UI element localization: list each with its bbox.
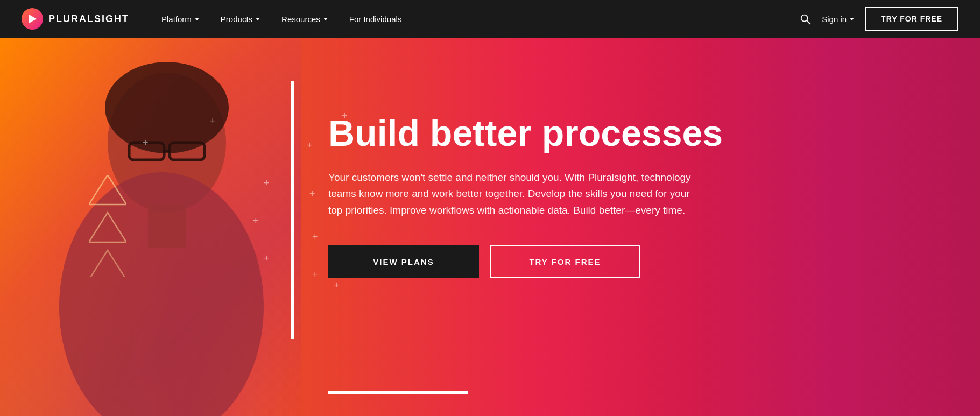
view-plans-button[interactable]: VIEW PLANS: [328, 245, 479, 278]
chevron-down-icon: [195, 18, 199, 20]
plus-decoration: +: [312, 269, 318, 280]
hero-subtitle: Your customers won't settle and neither …: [328, 170, 694, 218]
nav-right: Sign in TRY FOR FREE: [799, 7, 958, 31]
svg-point-6: [105, 62, 229, 153]
svg-marker-12: [89, 250, 126, 277]
hero-bottom-accent-line: [328, 391, 468, 394]
plus-decoration: +: [143, 137, 149, 149]
svg-rect-5: [148, 205, 186, 248]
nav-item-for-individuals[interactable]: For Individuals: [339, 0, 413, 38]
plus-decoration: +: [210, 116, 216, 127]
plus-decoration: +: [309, 188, 315, 200]
chevron-down-icon: [256, 18, 260, 20]
hero-buttons: VIEW PLANS TRY FOR FREE: [328, 245, 723, 278]
hero-person-area: [0, 38, 301, 416]
plus-decoration: +: [312, 231, 318, 243]
logo-icon: [22, 8, 43, 30]
svg-line-2: [807, 20, 810, 24]
vertical-divider: [291, 81, 294, 339]
search-button[interactable]: [799, 13, 811, 25]
nav-item-products[interactable]: Products: [210, 0, 271, 38]
plus-decoration: +: [307, 140, 313, 151]
sign-in-button[interactable]: Sign in: [822, 15, 854, 24]
logo[interactable]: PLURALSIGHT: [22, 8, 129, 30]
logo-text: PLURALSIGHT: [48, 13, 129, 25]
nav-item-resources[interactable]: Resources: [271, 0, 339, 38]
svg-marker-0: [29, 15, 37, 23]
svg-marker-11: [89, 213, 126, 242]
nav-items: Platform Products Resources For Individu…: [151, 0, 799, 38]
plus-decoration: +: [334, 280, 340, 291]
hero-try-free-button[interactable]: TRY FOR FREE: [490, 245, 640, 278]
nav-try-free-button[interactable]: TRY FOR FREE: [865, 7, 958, 31]
navbar: PLURALSIGHT Platform Products Resources …: [0, 0, 980, 38]
search-icon: [799, 13, 811, 25]
chevron-down-icon: [850, 18, 854, 20]
nav-item-platform[interactable]: Platform: [151, 0, 210, 38]
triangle-shapes-icon: [89, 175, 126, 277]
decorative-triangles: [89, 175, 126, 279]
play-icon: [27, 13, 38, 24]
person-silhouette: [0, 38, 301, 416]
hero-section: + + + + + + + + + + + Build better proce…: [0, 38, 980, 416]
plus-decoration: +: [253, 215, 259, 227]
hero-title: Build better processes: [328, 113, 723, 153]
plus-decoration: +: [264, 253, 270, 264]
hero-content: Build better processes Your customers wo…: [328, 113, 723, 278]
svg-marker-10: [89, 175, 126, 205]
chevron-down-icon: [323, 18, 328, 20]
plus-decoration: +: [264, 178, 270, 189]
